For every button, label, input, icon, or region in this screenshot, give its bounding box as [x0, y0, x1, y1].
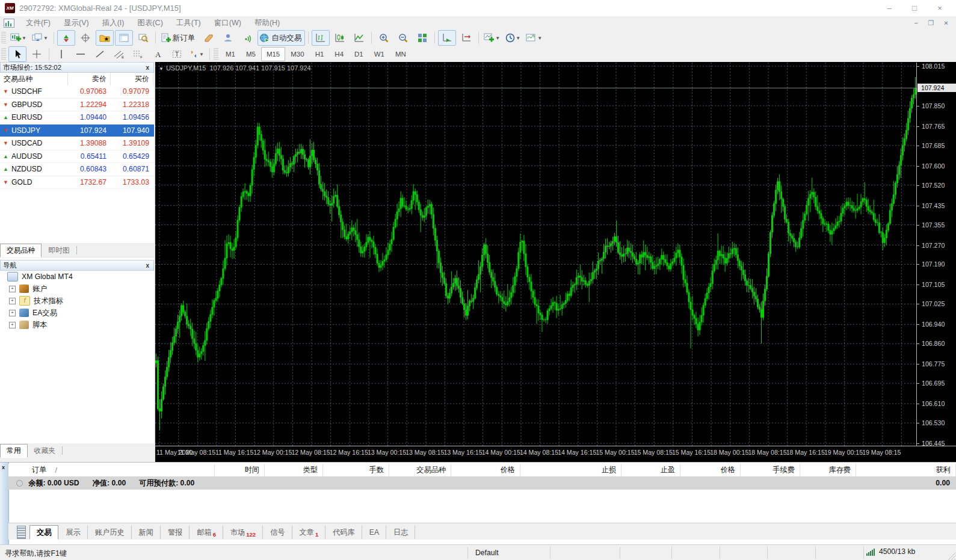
chart-plot-area[interactable]: ▼USDJPY,M15 107.926 107.941 107.915 107.… [155, 63, 916, 446]
chart-shift-button[interactable] [457, 30, 475, 46]
new-order-button[interactable]: 新订单 [159, 30, 199, 46]
zoom-out-button[interactable] [394, 30, 412, 46]
terminal-tab-警报[interactable]: 警报 [161, 525, 190, 540]
market-watch-row-usdchf[interactable]: ▼USDCHF0.970630.97079 [0, 85, 154, 99]
orders-column-7[interactable]: 止盈 [621, 464, 680, 476]
menu-item-t[interactable]: 工具(T) [170, 18, 208, 28]
navigator-item-ea[interactable]: +EA交易 [0, 307, 154, 319]
timeframe-h4-button[interactable]: H4 [329, 47, 349, 61]
orders-column-11[interactable]: 获利 [856, 464, 956, 476]
crosshair-tool-button[interactable] [28, 46, 46, 62]
market-watch-row-gold[interactable]: ▼GOLD1732.671733.03 [0, 176, 154, 189]
minimize-button[interactable]: – [877, 0, 902, 16]
new-chart-button[interactable]: ▼ [8, 30, 29, 46]
menu-item-h[interactable]: 帮助(H) [248, 18, 286, 28]
chart-window-icon[interactable] [4, 19, 14, 28]
periods-button[interactable]: ▼ [504, 30, 523, 46]
market-watch-row-nzdusd[interactable]: ▲NZDUSD0.608430.60871 [0, 163, 154, 176]
autotrading-button[interactable]: 自动交易 [258, 30, 305, 46]
tab-即时图[interactable]: 即时图 [42, 244, 76, 257]
time-axis[interactable]: 11 May 202011 May 08:1511 May 16:1512 Ma… [155, 446, 956, 459]
arrows-tool-dropdown-icon[interactable]: ▼ [199, 52, 204, 57]
tile-windows-button[interactable] [413, 30, 431, 46]
terminal-grip-icon[interactable] [17, 526, 26, 539]
navigator-root-item[interactable]: XM Global MT4 [0, 271, 154, 283]
orders-column-10[interactable]: 库存费 [800, 464, 856, 476]
terminal-toggle-button[interactable] [115, 30, 133, 46]
market-watch-row-usdcad[interactable]: ▼USDCAD1.390881.39109 [0, 137, 154, 150]
terminal-tab-EA[interactable]: EA [362, 525, 386, 540]
fibonacci-tool-button[interactable]: F [129, 46, 147, 62]
terminal-tab-邮箱[interactable]: 邮箱6 [190, 525, 223, 540]
profiles-button[interactable]: ▼ [30, 30, 51, 46]
tab-收藏夹[interactable]: 收藏夹 [28, 444, 62, 458]
price-axis[interactable]: 108.015107.850107.765107.685107.600107.5… [916, 63, 956, 446]
metaeditor-button[interactable] [200, 30, 218, 46]
expand-plus-icon[interactable]: + [9, 298, 16, 304]
cursor-tool-button[interactable] [8, 46, 26, 62]
text-label-tool-button[interactable]: T [168, 46, 186, 62]
terminal-tab-信号[interactable]: 信号 [263, 525, 292, 540]
maximize-button[interactable]: □ [902, 0, 927, 16]
orders-column-5[interactable]: 价格 [451, 464, 520, 476]
indicators-dropdown-icon[interactable]: ▼ [495, 35, 500, 41]
market-watch-row-usdjpy[interactable]: ▼USDJPY107.924107.940 [0, 125, 154, 138]
timeframe-w1-button[interactable]: W1 [369, 47, 390, 61]
menu-item-c[interactable]: 图表(C) [131, 18, 169, 28]
timeframe-mn-button[interactable]: MN [390, 47, 412, 61]
status-profile[interactable]: Default [475, 549, 499, 557]
chart-line-button[interactable] [350, 30, 368, 46]
orders-column-3[interactable]: 手数 [323, 464, 389, 476]
orders-column-9[interactable]: 手续费 [741, 464, 800, 476]
data-window-button[interactable] [76, 30, 94, 46]
timeframe-d1-button[interactable]: D1 [349, 47, 369, 61]
auto-scroll-button[interactable] [438, 30, 456, 46]
market-watch-column-header[interactable]: 买价 [111, 73, 153, 85]
terminal-tab-市场[interactable]: 市场122 [223, 525, 263, 540]
chart-bars-button[interactable] [312, 30, 330, 46]
navigator-item-script[interactable]: +脚本 [0, 319, 154, 331]
templates-button[interactable]: ▼ [524, 30, 544, 46]
arrows-tool-button[interactable]: ▼ [187, 46, 206, 62]
market-watch-row-audusd[interactable]: ▲AUDUSD0.654110.65429 [0, 150, 154, 164]
menu-item-f[interactable]: 文件(F) [19, 18, 57, 28]
community-button[interactable] [219, 30, 237, 46]
terminal-tab-账户历史[interactable]: 账户历史 [88, 525, 132, 540]
terminal-tab-文章[interactable]: 文章1 [292, 525, 326, 540]
timeframe-m5-button[interactable]: M5 [241, 47, 261, 61]
orders-column-1[interactable]: 时间 [215, 464, 265, 476]
timeframe-h1-button[interactable]: H1 [310, 47, 330, 61]
close-button[interactable]: × [927, 0, 952, 16]
navigator-toggle-button[interactable] [96, 30, 114, 46]
horizontal-line-tool-button[interactable] [72, 46, 90, 62]
indicators-button[interactable]: ▼ [482, 30, 502, 46]
orders-column-4[interactable]: 交易品种 [389, 464, 451, 476]
timeframe-m30-button[interactable]: M30 [285, 47, 309, 61]
toolbar-grip[interactable] [1, 48, 6, 60]
market-watch-row-gbpusd[interactable]: ▼GBPUSD1.222941.22318 [0, 99, 154, 112]
market-watch-close-icon[interactable]: x [144, 64, 151, 71]
menu-item-i[interactable]: 插入(I) [96, 18, 131, 28]
market-watch-toggle-button[interactable] [57, 30, 75, 46]
expand-plus-icon[interactable]: + [9, 286, 16, 292]
terminal-tab-交易[interactable]: 交易 [29, 525, 58, 540]
orders-column-6[interactable]: 止损 [520, 464, 621, 476]
navigator-item-acct[interactable]: +账户 [0, 283, 154, 295]
periods-dropdown-icon[interactable]: ▼ [516, 35, 520, 41]
chart-candles-button[interactable] [331, 30, 349, 46]
vertical-line-tool-button[interactable] [52, 46, 70, 62]
terminal-tab-代码库[interactable]: 代码库 [325, 525, 362, 540]
trendline-tool-button[interactable] [91, 46, 109, 62]
child-close-button[interactable]: × [939, 17, 954, 28]
new-chart-dropdown-icon[interactable]: ▼ [22, 35, 26, 41]
orders-column-0[interactable]: 订单 / [8, 464, 215, 476]
resize-grip[interactable] [948, 552, 955, 560]
orders-column-2[interactable]: 类型 [265, 464, 323, 476]
terminal-tab-新闻[interactable]: 新闻 [132, 525, 161, 540]
signals-button[interactable] [238, 30, 256, 46]
menu-item-w[interactable]: 窗口(W) [208, 18, 248, 28]
child-restore-button[interactable]: ❐ [924, 17, 939, 28]
connection-status[interactable]: 4500/13 kb [866, 547, 915, 556]
terminal-tab-日志[interactable]: 日志 [386, 525, 415, 540]
timeframe-m1-button[interactable]: M1 [220, 47, 241, 61]
